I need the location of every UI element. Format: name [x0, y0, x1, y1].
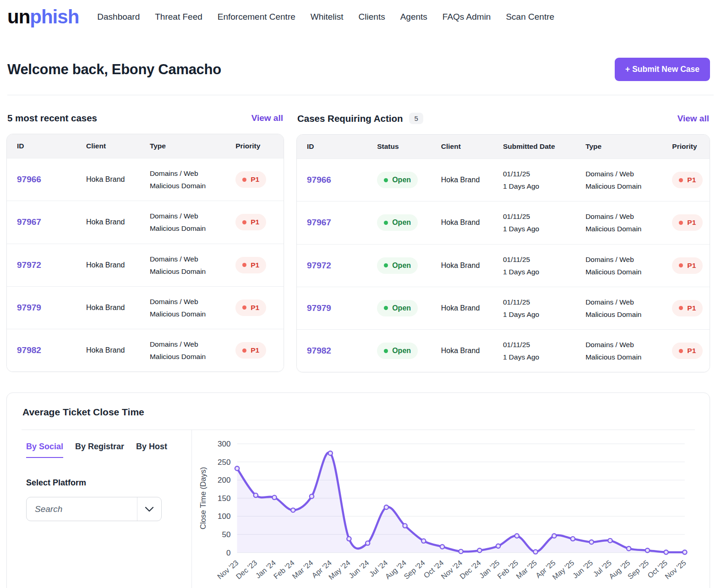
tab-by-registrar[interactable]: By Registrar [75, 442, 124, 458]
client-cell: Hoka Brand [431, 261, 493, 270]
green-dot-icon [384, 221, 388, 225]
client-cell: Hoka Brand [76, 175, 140, 184]
column-header-id: ID [297, 142, 367, 151]
chevron-down-icon[interactable] [137, 506, 161, 512]
nav-item-agents[interactable]: Agents [400, 12, 427, 22]
client-cell: Hoka Brand [431, 304, 493, 312]
red-dot-icon [679, 178, 683, 182]
table-row: 97966OpenHoka Brand01/11/251 Days AgoDom… [297, 158, 710, 201]
chart-controls-panel: By Social By Registrar By Host Select Pl… [22, 430, 192, 588]
svg-text:Feb '25: Feb '25 [496, 559, 519, 581]
recent-cases-table: ID Client Type Priority 97966Hoka BrandD… [6, 134, 284, 372]
type-cell: Domains / WebMalicious Domain [575, 168, 662, 192]
type-cell: Domains / WebMalicious Domain [140, 167, 225, 192]
svg-text:Nov '25: Nov '25 [663, 559, 688, 581]
case-id-link[interactable]: 97966 [307, 175, 331, 185]
table-row: 97966Hoka BrandDomains / WebMalicious Do… [7, 158, 284, 201]
svg-text:Jun '25: Jun '25 [571, 559, 594, 580]
recent-cases-title: 5 most recent cases [7, 113, 97, 124]
case-id-link[interactable]: 97979 [307, 303, 331, 313]
green-dot-icon [384, 349, 388, 353]
column-header-type: Type [140, 142, 225, 150]
client-cell: Hoka Brand [431, 347, 493, 355]
nav-item-threat-feed[interactable]: Threat Feed [155, 12, 202, 22]
table-row: 97982OpenHoka Brand01/11/251 Days AgoDom… [297, 329, 710, 372]
action-cases-view-all-link[interactable]: View all [677, 114, 709, 124]
table-row: 97979OpenHoka Brand01/11/251 Days AgoDom… [297, 287, 710, 329]
svg-text:Sep '24: Sep '24 [402, 559, 426, 581]
priority-badge: P1 [235, 299, 266, 316]
nav-item-faqs-admin[interactable]: FAQs Admin [442, 12, 491, 22]
app-logo[interactable]: unphish [7, 7, 79, 27]
column-header-client: Client [431, 142, 493, 151]
table-row: 97972OpenHoka Brand01/11/251 Days AgoDom… [297, 244, 710, 287]
case-id-link[interactable]: 97967 [17, 217, 41, 227]
platform-select[interactable]: Search [26, 497, 162, 521]
case-id-link[interactable]: 97979 [17, 303, 41, 312]
priority-badge: P1 [672, 172, 703, 188]
table-row: 97972Hoka BrandDomains / WebMalicious Do… [7, 244, 284, 286]
priority-badge: P1 [235, 171, 266, 188]
red-dot-icon [242, 348, 246, 353]
type-cell: Domains / WebMalicious Domain [140, 253, 225, 278]
welcome-row: Welcome back, Ebony Camacho + Submit New… [0, 34, 721, 81]
nav-item-scan-centre[interactable]: Scan Centre [506, 12, 554, 22]
type-cell: Domains / WebMalicious Domain [575, 210, 662, 235]
average-ticket-close-time-card: Average Ticket Close Time By Social By R… [6, 392, 710, 588]
type-cell: Domains / WebMalicious Domain [575, 296, 662, 321]
client-cell: Hoka Brand [76, 218, 140, 226]
tab-by-social[interactable]: By Social [26, 442, 63, 458]
column-header-priority: Priority [225, 142, 284, 150]
type-cell: Domains / WebMalicious Domain [140, 210, 225, 234]
svg-text:200: 200 [218, 476, 231, 485]
svg-text:Jun '24: Jun '24 [347, 559, 371, 580]
recent-cases-view-all-link[interactable]: View all [251, 113, 283, 123]
nav-item-clients[interactable]: Clients [359, 12, 385, 22]
case-id-link[interactable]: 97972 [17, 260, 41, 270]
svg-text:0: 0 [226, 549, 231, 557]
client-cell: Hoka Brand [431, 218, 493, 227]
top-nav: unphish Dashboard Threat Feed Enforcemen… [0, 0, 721, 34]
green-dot-icon [384, 263, 388, 267]
case-id-link[interactable]: 97967 [307, 218, 331, 227]
line-chart: 050100150200250300Close Time (Days)Nov '… [192, 430, 695, 588]
status-badge: Open [377, 214, 418, 231]
client-cell: Hoka Brand [76, 346, 140, 354]
logo-phish: phish [30, 6, 79, 27]
svg-text:100: 100 [218, 512, 231, 521]
svg-text:250: 250 [218, 458, 231, 467]
svg-text:Sep '25: Sep '25 [626, 559, 650, 581]
type-cell: Domains / WebMalicious Domain [140, 338, 225, 363]
priority-badge: P1 [672, 343, 703, 359]
platform-select-placeholder: Search [27, 504, 137, 514]
nav-item-whitelist[interactable]: Whitelist [311, 12, 344, 22]
case-id-link[interactable]: 97982 [17, 345, 41, 355]
column-header-type: Type [575, 142, 662, 151]
priority-badge: P1 [235, 257, 266, 273]
tables-section: 5 most recent cases View all ID Client T… [0, 95, 721, 372]
table-body: 97966Hoka BrandDomains / WebMalicious Do… [7, 158, 284, 371]
column-header-submitted-date: Submitted Date [493, 142, 575, 151]
action-cases-title: Cases Requiring Action [297, 113, 403, 124]
case-id-link[interactable]: 97982 [307, 346, 331, 355]
nav-item-enforcement-centre[interactable]: Enforcement Centre [218, 12, 295, 22]
logo-un: un [7, 6, 30, 27]
red-dot-icon [679, 306, 683, 310]
submit-new-case-button[interactable]: + Submit New Case [615, 58, 710, 81]
priority-badge: P1 [672, 214, 703, 231]
submitted-date-cell: 01/11/251 Days Ago [493, 296, 575, 321]
case-id-link[interactable]: 97972 [307, 261, 331, 270]
red-dot-icon [242, 220, 246, 224]
nav-item-dashboard[interactable]: Dashboard [97, 12, 140, 22]
priority-badge: P1 [235, 214, 266, 230]
case-id-link[interactable]: 97966 [17, 174, 41, 184]
column-header-priority: Priority [662, 142, 710, 151]
svg-text:Close Time (Days): Close Time (Days) [199, 467, 208, 529]
tab-by-host[interactable]: By Host [136, 442, 167, 458]
green-dot-icon [384, 306, 388, 310]
svg-text:Dec '23: Dec '23 [234, 559, 258, 581]
main-nav: Dashboard Threat Feed Enforcement Centre… [97, 12, 554, 22]
svg-text:150: 150 [218, 494, 231, 503]
svg-text:Mar '24: Mar '24 [290, 559, 314, 581]
client-cell: Hoka Brand [76, 261, 140, 269]
